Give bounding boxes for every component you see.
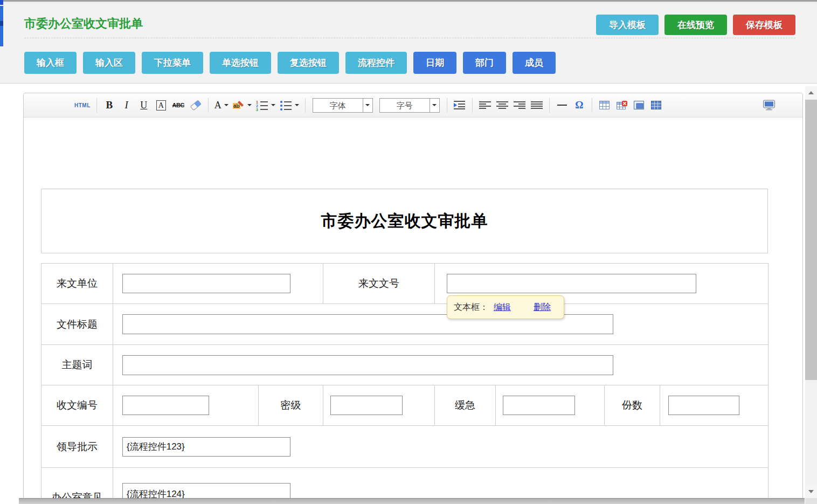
left-edge-accent xyxy=(0,6,3,46)
special-char-icon[interactable]: Ω xyxy=(573,97,586,113)
insert-table-icon[interactable] xyxy=(598,97,611,113)
table-row: 来文单位 来文文号 xyxy=(41,264,768,304)
svg-text:1: 1 xyxy=(256,100,258,104)
import-template-button[interactable]: 导入模板 xyxy=(596,15,659,35)
urgency-input[interactable] xyxy=(503,396,575,415)
toolbar-separator xyxy=(447,98,447,113)
editor-canvas[interactable]: 市委办公室收文审批单 来文单位 来文文号 文件标题 主 xyxy=(24,118,802,503)
widget-department-button[interactable]: 部门 xyxy=(463,52,506,74)
indent-icon[interactable] xyxy=(453,97,466,113)
delete-link[interactable]: 删除 xyxy=(534,302,551,313)
label-receive-number: 收文编号 xyxy=(41,385,113,426)
toolbar-separator xyxy=(549,98,550,113)
doc-number-input[interactable] xyxy=(447,274,696,293)
page: 市委办公室收文审批单 导入模板 在线预览 保存模板 输入框 输入区 下拉菜单 单… xyxy=(0,0,817,504)
widget-flow-control-button[interactable]: 流程控件 xyxy=(345,52,407,74)
widget-member-button[interactable]: 成员 xyxy=(513,52,556,74)
align-justify-icon[interactable] xyxy=(530,97,543,113)
toolbar-separator xyxy=(208,98,209,113)
rich-text-editor: HTML B I U A ABC A ab 123 xyxy=(23,93,803,504)
eraser-icon[interactable] xyxy=(189,97,202,113)
receive-number-input[interactable] xyxy=(122,396,209,415)
highlight-color-icon[interactable]: ab xyxy=(233,97,252,113)
table-properties-icon[interactable] xyxy=(650,97,663,113)
widget-checkbox-button[interactable]: 复选按钮 xyxy=(278,52,339,74)
source-unit-input[interactable] xyxy=(122,274,290,293)
ordered-list-icon[interactable]: 123 xyxy=(256,97,275,113)
align-left-icon[interactable] xyxy=(479,97,491,113)
online-preview-button[interactable]: 在线预览 xyxy=(664,15,727,35)
keywords-input[interactable] xyxy=(122,355,613,375)
toolbar-separator xyxy=(472,98,473,113)
label-urgency: 缓急 xyxy=(435,385,496,426)
table-row: 收文编号 密级 缓急 份数 xyxy=(41,385,768,426)
strikethrough-icon[interactable]: ABC xyxy=(172,97,185,113)
font-family-select[interactable]: 字体 xyxy=(313,98,373,113)
dashed-divider xyxy=(24,38,795,38)
unordered-list-icon[interactable] xyxy=(280,97,299,113)
toolbar-separator xyxy=(96,98,97,113)
italic-icon[interactable]: I xyxy=(120,97,133,113)
svg-text:3: 3 xyxy=(256,108,258,111)
font-color-icon[interactable]: A xyxy=(214,97,229,113)
app-title: 市委办公室收文审批单 xyxy=(24,16,143,32)
chevron-down-icon[interactable] xyxy=(363,99,372,112)
widget-radio-button[interactable]: 单选按钮 xyxy=(210,52,271,74)
scrollbar-thumb[interactable] xyxy=(805,100,817,380)
horizontal-rule-icon[interactable] xyxy=(556,97,569,113)
label-security-level: 密级 xyxy=(259,385,323,426)
label-keywords: 主题词 xyxy=(41,345,113,385)
form-title: 市委办公室收文审批单 xyxy=(321,210,488,232)
form-table: 来文单位 来文文号 文件标题 主题词 收文编号 密级 xyxy=(41,263,768,503)
copies-input[interactable] xyxy=(668,396,739,415)
label-leader-comments: 领导批示 xyxy=(41,426,113,468)
edit-link[interactable]: 编辑 xyxy=(494,302,511,313)
tooltip-type-label: 文本框： xyxy=(454,302,488,313)
table-row: 领导批示 xyxy=(41,426,768,468)
svg-text:ab: ab xyxy=(233,103,240,109)
header: 市委办公室收文审批单 导入模板 在线预览 保存模板 输入框 输入区 下拉菜单 单… xyxy=(0,2,817,84)
scroll-up-icon[interactable] xyxy=(805,86,817,99)
toolbar-separator xyxy=(305,98,306,113)
header-actions: 导入模板 在线预览 保存模板 xyxy=(596,15,795,35)
chevron-down-icon[interactable] xyxy=(430,99,439,112)
save-template-button[interactable]: 保存模板 xyxy=(733,15,795,35)
editor-toolbar: HTML B I U A ABC A ab 123 xyxy=(24,93,802,118)
align-right-icon[interactable] xyxy=(513,97,526,113)
table-row: 主题词 xyxy=(41,345,768,385)
widget-dropdown-button[interactable]: 下拉菜单 xyxy=(142,52,203,74)
vertical-scrollbar[interactable] xyxy=(805,86,817,504)
label-doc-title: 文件标题 xyxy=(41,304,113,345)
table-row: 文件标题 xyxy=(41,304,768,345)
underline-icon[interactable]: U xyxy=(137,97,150,113)
label-source-unit: 来文单位 xyxy=(41,264,113,304)
label-copies: 份数 xyxy=(605,385,660,426)
delete-table-icon[interactable] xyxy=(615,97,628,113)
scroll-down-icon[interactable] xyxy=(805,485,817,498)
bold-icon[interactable]: B xyxy=(103,97,116,113)
corner-accent xyxy=(0,0,3,5)
font-size-select[interactable]: 字号 xyxy=(379,98,440,113)
widget-input-box-button[interactable]: 输入框 xyxy=(24,52,77,74)
security-level-input[interactable] xyxy=(330,396,403,415)
cell-properties-icon[interactable] xyxy=(633,97,646,113)
textbox-context-tooltip: 文本框： 编辑 删除 xyxy=(447,295,564,319)
fullscreen-monitor-icon[interactable] xyxy=(763,97,776,113)
align-center-icon[interactable] xyxy=(496,97,509,113)
font-frame-icon[interactable]: A xyxy=(156,100,166,111)
form-title-box: 市委办公室收文审批单 xyxy=(41,189,768,253)
horizontal-scrollbar[interactable] xyxy=(19,498,805,504)
html-source-icon[interactable]: HTML xyxy=(74,97,91,113)
widget-button-row: 输入框 输入区 下拉菜单 单选按钮 复选按钮 流程控件 日期 部门 成员 xyxy=(24,52,556,74)
widget-date-button[interactable]: 日期 xyxy=(413,52,456,74)
svg-text:2: 2 xyxy=(256,104,258,108)
toolbar-separator xyxy=(592,98,592,113)
widget-input-area-button[interactable]: 输入区 xyxy=(83,52,135,74)
leader-comments-input[interactable] xyxy=(122,437,290,457)
scrollbar-corner xyxy=(805,498,817,504)
label-doc-number: 来文文号 xyxy=(323,264,435,304)
